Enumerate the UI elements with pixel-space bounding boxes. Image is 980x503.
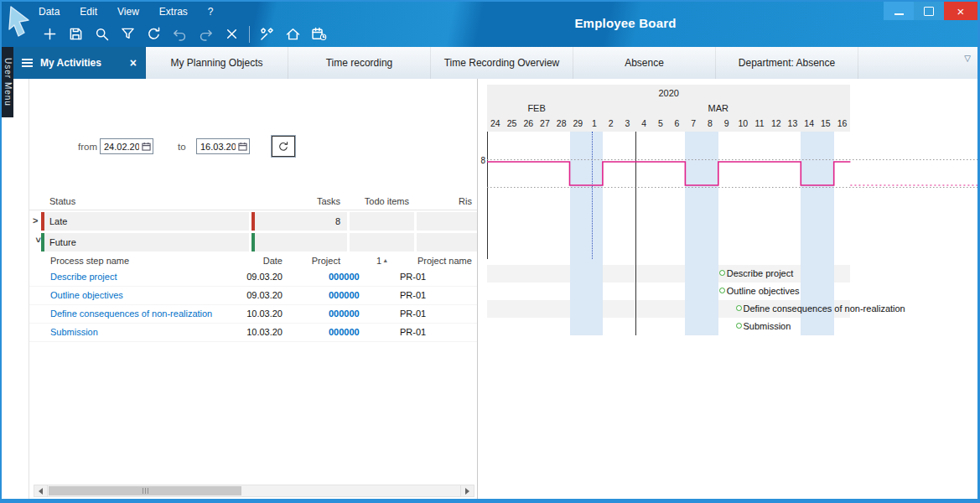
milestone-icon[interactable] <box>736 323 742 329</box>
task-date: 09.03.20 <box>239 290 283 300</box>
hamburger-icon[interactable] <box>22 59 33 67</box>
gantt-day-label: 12 <box>768 117 785 130</box>
tab-absence[interactable]: Absence <box>573 47 716 79</box>
gantt-day-label: 7 <box>685 117 702 130</box>
gantt-day-label: 16 <box>834 117 851 130</box>
column-header-project-name[interactable]: Project name <box>417 256 472 266</box>
column-header-risks[interactable]: Ris <box>459 196 472 206</box>
minimize-button[interactable] <box>884 2 914 20</box>
milestone-icon[interactable] <box>719 270 725 276</box>
group-todo-cell <box>350 233 414 252</box>
close-icon: × <box>957 5 965 18</box>
gantt-pane: 2020FEBMAR242526272829123456789101112131… <box>478 79 977 499</box>
app-window: DataEditViewExtras? Employee Board × My … <box>0 0 980 503</box>
tab-overflow-icon[interactable]: ▽ <box>964 54 971 63</box>
tab-my-planning-objects[interactable]: My Planning Objects <box>146 47 288 79</box>
calendar-clock-button[interactable] <box>306 23 332 45</box>
project-link[interactable]: 000000 <box>329 327 360 337</box>
home-icon <box>284 25 302 43</box>
tab-department-absence[interactable]: Department: Absence <box>716 47 858 79</box>
process-step-link[interactable]: Outline objectives <box>50 290 123 300</box>
group-risk-cell <box>417 212 477 231</box>
tab-label: My Planning Objects <box>170 57 262 69</box>
task-list-pane: from to Status Tasks Todo ite <box>29 79 478 499</box>
task-date: 10.03.20 <box>239 327 283 337</box>
gantt-day-label: 5 <box>652 117 669 130</box>
task-row-submission[interactable]: Submission10.03.20000000PR-01 <box>29 324 477 342</box>
task-row-describe-project[interactable]: Describe project09.03.20000000PR-01 <box>29 268 477 287</box>
redo-button[interactable] <box>193 23 219 45</box>
column-header-status[interactable]: Status <box>49 196 75 206</box>
search-button[interactable] <box>89 23 115 45</box>
scroll-right-button[interactable] <box>460 485 474 496</box>
menu-help[interactable]: ? <box>208 6 214 18</box>
tools-icon <box>258 25 276 43</box>
refresh-button[interactable] <box>141 23 167 45</box>
gantt-day-label: 6 <box>669 117 686 130</box>
status-group-future[interactable]: >Future <box>29 233 477 252</box>
save-icon <box>67 25 85 43</box>
refresh-icon <box>145 25 163 43</box>
tab-close-icon[interactable]: × <box>130 56 137 70</box>
tab-my-activities[interactable]: My Activities× <box>13 47 146 79</box>
task-row-outline-objectives[interactable]: Outline objectives09.03.20000000PR-01 <box>29 287 477 305</box>
menu-extras[interactable]: Extras <box>159 6 188 18</box>
apply-refresh-button[interactable] <box>272 136 295 157</box>
milestone-icon[interactable] <box>736 305 742 311</box>
menu-view[interactable]: View <box>117 6 139 18</box>
menu-data[interactable]: Data <box>39 6 60 18</box>
status-table: Status Tasks Todo items Ris >Late8>Futur… <box>29 194 477 342</box>
close-button[interactable]: × <box>944 2 977 20</box>
window-controls: × <box>884 2 977 20</box>
delete-button[interactable] <box>219 23 245 45</box>
status-group-late[interactable]: >Late8 <box>29 212 477 231</box>
column-header-tasks[interactable]: Tasks <box>251 196 340 206</box>
horizontal-scrollbar[interactable] <box>34 485 474 497</box>
calendar-icon[interactable] <box>142 142 151 151</box>
column-header-process-step-name[interactable]: Process step name <box>50 256 129 266</box>
scroll-right-icon <box>465 488 469 495</box>
process-step-link[interactable]: Submission <box>50 327 98 337</box>
tab-time-recording-overview[interactable]: Time Recording Overview <box>431 47 573 79</box>
process-step-link[interactable]: Describe project <box>50 272 117 282</box>
gantt-day-label: 2 <box>603 117 620 130</box>
scroll-left-button[interactable] <box>34 485 48 496</box>
column-header-date[interactable]: Date <box>239 256 283 266</box>
sort-indicator[interactable]: 1▲ <box>376 256 388 266</box>
menu-edit[interactable]: Edit <box>80 6 97 18</box>
process-step-link[interactable]: Define consequences of non-realization <box>50 309 212 319</box>
tab-time-recording[interactable]: Time recording <box>288 47 431 79</box>
gantt-day-label: 29 <box>570 117 587 130</box>
undo-button[interactable] <box>167 23 193 45</box>
milestone-label: Describe project <box>727 268 793 278</box>
user-menu-strip[interactable]: User Menu <box>2 47 13 117</box>
from-label: from <box>78 142 97 152</box>
milestone-icon[interactable] <box>719 288 725 293</box>
gantt-day-label: 8 <box>702 117 718 130</box>
add-icon <box>41 25 59 43</box>
maximize-button[interactable] <box>914 2 944 20</box>
filter-button[interactable] <box>115 23 141 45</box>
gantt-day-label: 1 <box>586 117 603 130</box>
capacity-chart <box>478 132 977 215</box>
maximize-icon <box>924 7 934 16</box>
home-button[interactable] <box>280 23 306 45</box>
task-date: 09.03.20 <box>239 272 283 282</box>
column-header-project[interactable]: Project <box>290 256 340 266</box>
group-tasks-cell: 8 <box>251 212 347 231</box>
project-link[interactable]: 000000 <box>329 309 360 319</box>
gantt-day-label: 13 <box>785 117 801 130</box>
save-button[interactable] <box>63 23 89 45</box>
sort-ascending-icon: ▲ <box>382 257 388 263</box>
project-link[interactable]: 000000 <box>329 290 360 300</box>
add-button[interactable] <box>37 23 63 45</box>
task-row-define-consequences-of-non-realization[interactable]: Define consequences of non-realization10… <box>29 305 477 324</box>
project-link[interactable]: 000000 <box>329 272 360 282</box>
scrollbar-thumb[interactable] <box>49 486 241 495</box>
gantt-day-label: 24 <box>487 117 504 130</box>
calendar-icon[interactable] <box>238 142 247 151</box>
tools-button[interactable] <box>254 23 280 45</box>
to-date-field <box>196 138 250 154</box>
milestone-label: Define consequences of non-realization <box>744 303 905 314</box>
column-header-todo-items[interactable]: Todo items <box>350 196 409 206</box>
